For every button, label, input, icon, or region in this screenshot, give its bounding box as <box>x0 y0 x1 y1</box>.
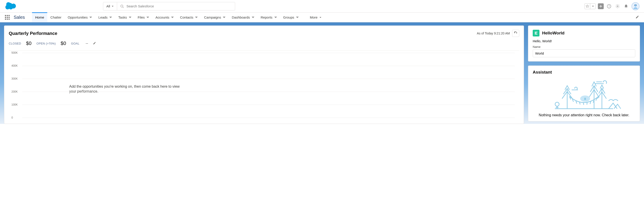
search-scope-label: All <box>106 4 110 8</box>
chart-gridline: 400K <box>22 66 515 66</box>
nav-item-label: Dashboards <box>232 15 250 19</box>
nav-item-reports[interactable]: Reports <box>258 12 280 22</box>
y-tick-label: 500K <box>12 51 18 54</box>
hw-field-label: Name <box>533 45 635 48</box>
nav-items: HomeChatterOpportunitiesLeadsTasksFilesA… <box>32 12 302 22</box>
svg-point-7 <box>636 5 636 5</box>
chart-gridline: 0 <box>22 118 515 118</box>
nav-item-label: Reports <box>261 15 272 19</box>
chevron-down-icon[interactable] <box>89 15 92 19</box>
nav-item-leads[interactable]: Leads <box>95 12 115 22</box>
avatar-icon <box>632 3 639 10</box>
nav-item-label: Files <box>138 15 145 19</box>
goal-value: -- <box>86 41 88 45</box>
nav-item-label: Chatter <box>50 15 61 19</box>
closed-label: CLOSED <box>9 42 21 45</box>
nav-item-contacts[interactable]: Contacts <box>177 12 201 22</box>
nav-item-label: Campaigns <box>204 15 221 19</box>
nav-item-groups[interactable]: Groups <box>280 12 302 22</box>
nav-item-accounts[interactable]: Accounts <box>152 12 177 22</box>
nav-item-label: Home <box>35 15 44 19</box>
quarterly-performance-card: Quarterly Performance As of Today 9:21:2… <box>4 25 524 124</box>
search-scope-dropdown[interactable]: All <box>103 2 117 10</box>
chevron-down-icon[interactable] <box>195 15 198 19</box>
app-launcher-button[interactable] <box>5 15 10 20</box>
home-stage: Quarterly Performance As of Today 9:21:2… <box>0 22 644 124</box>
hw-header: HelloWorld <box>533 30 635 36</box>
chevron-down-icon[interactable] <box>223 15 226 19</box>
chevron-down-icon[interactable] <box>252 15 254 19</box>
closed-value: $0 <box>26 40 31 46</box>
nav-item-dashboards[interactable]: Dashboards <box>228 12 258 22</box>
edit-goal-button[interactable] <box>93 42 96 45</box>
assistant-title: Assistant <box>533 70 635 75</box>
chevron-down-icon[interactable] <box>171 15 174 19</box>
refresh-icon <box>514 31 518 35</box>
hammock-scene-icon: z <box>546 77 622 111</box>
component-icon <box>533 30 540 36</box>
setup-button[interactable] <box>614 3 621 9</box>
performance-chart: Add the opportunities you're working on,… <box>9 50 519 120</box>
nav-item-files[interactable]: Files <box>134 12 152 22</box>
nav-item-home[interactable]: Home <box>32 12 47 22</box>
gear-icon <box>615 4 620 8</box>
nav-item-opportunities[interactable]: Opportunities <box>64 12 95 22</box>
nav-more-label: More <box>310 15 318 19</box>
side-column: HelloWorld Hello, World! Name Assistant <box>528 25 640 124</box>
caret-down-icon <box>592 5 594 7</box>
nav-item-label: Accounts <box>156 15 169 19</box>
pencil-icon <box>93 42 96 45</box>
favorites-menu[interactable] <box>590 3 596 9</box>
user-avatar[interactable] <box>632 2 640 10</box>
qp-metrics: CLOSED $0 OPEN (>70%) $0 GOAL -- <box>9 40 519 46</box>
refresh-button[interactable] <box>512 30 519 37</box>
hw-message: Hello, World! <box>533 39 635 43</box>
nav-item-label: Groups <box>283 15 294 19</box>
caret-down-icon <box>319 16 322 18</box>
help-button[interactable]: ? <box>606 3 612 9</box>
chart-gridline: 300K <box>22 79 515 79</box>
star-icon <box>586 4 589 8</box>
global-actions-button[interactable] <box>598 3 604 9</box>
svg-text:z: z <box>584 97 586 100</box>
chart-empty-message: Add the opportunities you're working on,… <box>69 84 181 94</box>
nav-item-label: Opportunities <box>68 15 88 19</box>
chevron-down-icon[interactable] <box>274 15 277 19</box>
chevron-down-icon[interactable] <box>109 15 112 19</box>
nav-item-campaigns[interactable]: Campaigns <box>201 12 228 22</box>
chart-gridline: 200K <box>22 92 515 92</box>
svg-point-4 <box>617 5 618 7</box>
pencil-icon <box>636 15 639 19</box>
search-box <box>117 2 235 10</box>
y-tick-label: 0 <box>12 116 13 119</box>
assistant-illustration: z <box>533 77 635 111</box>
global-search: All <box>103 2 235 10</box>
plus-icon <box>599 5 602 8</box>
search-input[interactable] <box>126 4 232 8</box>
nav-item-label: Leads <box>98 15 108 19</box>
caret-down-icon <box>112 5 114 7</box>
svg-point-6 <box>634 5 635 5</box>
svg-point-10 <box>555 102 559 106</box>
favorites-control <box>584 3 596 9</box>
search-icon <box>120 4 124 8</box>
edit-nav-button[interactable] <box>636 15 639 20</box>
nav-item-more[interactable]: More <box>307 15 325 19</box>
chevron-down-icon[interactable] <box>146 15 149 19</box>
svg-point-0 <box>121 5 123 7</box>
favorite-button[interactable] <box>585 3 590 9</box>
nav-item-tasks[interactable]: Tasks <box>115 12 134 22</box>
assistant-message: Nothing needs your attention right now. … <box>533 113 635 117</box>
goal-label: GOAL <box>71 42 79 45</box>
nav-item-chatter[interactable]: Chatter <box>47 12 64 22</box>
qp-as-of: As of Today 9:21:20 AM <box>477 31 510 35</box>
question-icon: ? <box>607 4 611 8</box>
app-nav-bar: Sales HomeChatterOpportunitiesLeadsTasks… <box>0 12 644 22</box>
nav-item-label: Contacts <box>180 15 193 19</box>
name-input[interactable] <box>533 49 635 57</box>
header-utilities: ? <box>584 2 640 10</box>
notifications-button[interactable] <box>623 3 629 9</box>
chevron-down-icon[interactable] <box>129 15 132 19</box>
salesforce-logo[interactable] <box>4 1 20 11</box>
chevron-down-icon[interactable] <box>296 15 299 19</box>
